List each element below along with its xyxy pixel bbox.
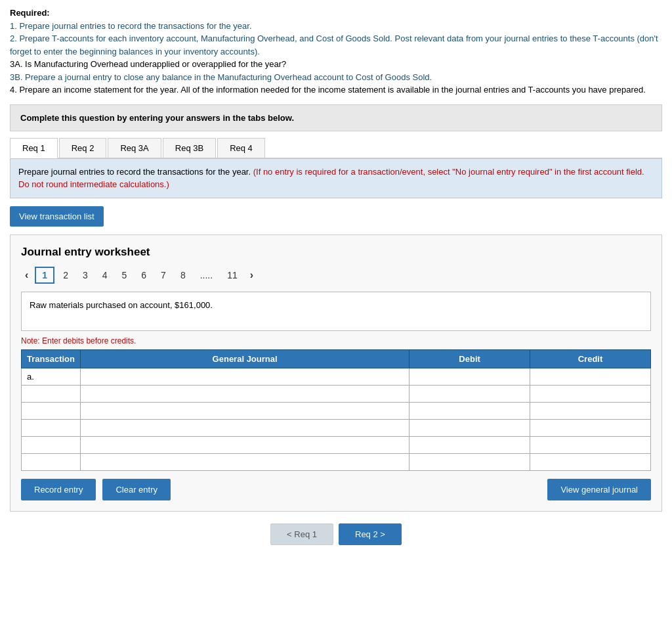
general-journal-field-6[interactable] — [81, 454, 409, 470]
view-transaction-list-button[interactable]: View transaction list — [10, 206, 104, 227]
general-journal-field-3[interactable] — [81, 403, 409, 419]
required-heading: Required: — [10, 8, 50, 18]
transaction-description-text: Raw materials purchased on account, $161… — [30, 300, 213, 310]
page-11[interactable]: 11 — [221, 268, 243, 282]
credit-input-5[interactable] — [530, 436, 650, 453]
general-journal-input-6[interactable] — [80, 453, 409, 470]
debit-input-6[interactable] — [410, 453, 530, 470]
bottom-navigation: < Req 1 Req 2 > — [10, 523, 662, 545]
page-ellipsis: ..... — [194, 268, 219, 282]
prev-req-button[interactable]: < Req 1 — [270, 523, 333, 545]
debit-input-5[interactable] — [410, 436, 530, 453]
table-row — [22, 385, 651, 402]
transaction-label-4 — [22, 419, 81, 436]
instruction-main: Prepare journal entries to record the tr… — [18, 167, 251, 177]
tab-req1[interactable]: Req 1 — [10, 138, 58, 158]
credit-field-2[interactable] — [530, 386, 650, 402]
journal-entry-worksheet: Journal entry worksheet ‹ 1 2 3 4 5 6 7 … — [10, 234, 662, 512]
tab-req3a[interactable]: Req 3A — [108, 138, 161, 158]
complete-instruction-text: Complete this question by entering your … — [20, 113, 294, 123]
page-2[interactable]: 2 — [57, 268, 74, 282]
credit-field-6[interactable] — [530, 454, 650, 470]
action-buttons: Record entry Clear entry View general jo… — [21, 479, 651, 500]
table-row — [22, 453, 651, 470]
table-row — [22, 419, 651, 436]
transaction-description: Raw materials purchased on account, $161… — [21, 292, 651, 331]
debit-input-4[interactable] — [410, 419, 530, 436]
complete-instruction-box: Complete this question by entering your … — [10, 104, 662, 131]
req-item-3b: 3B. Prepare a journal entry to close any… — [10, 72, 432, 82]
record-entry-button[interactable]: Record entry — [21, 479, 96, 500]
debit-field-5[interactable] — [410, 437, 530, 453]
clear-entry-button[interactable]: Clear entry — [102, 479, 171, 500]
debit-field-2[interactable] — [410, 386, 530, 402]
req-item-2: 2. Prepare T-accounts for each inventory… — [10, 33, 658, 56]
credit-field-3[interactable] — [530, 403, 650, 419]
col-header-transaction: Transaction — [22, 349, 81, 368]
tabs-container: Req 1 Req 2 Req 3A Req 3B Req 4 — [10, 138, 662, 158]
tab-req4[interactable]: Req 4 — [217, 138, 265, 158]
credit-input-1[interactable] — [530, 368, 650, 385]
pagination: ‹ 1 2 3 4 5 6 7 8 ..... 11 › — [21, 267, 651, 284]
debit-field-6[interactable] — [410, 454, 530, 470]
page-5[interactable]: 5 — [116, 268, 133, 282]
transaction-label-3 — [22, 402, 81, 419]
tab-req2[interactable]: Req 2 — [59, 138, 107, 158]
worksheet-title: Journal entry worksheet — [21, 246, 651, 259]
general-journal-input-3[interactable] — [80, 402, 409, 419]
req-item-3a: 3A. Is Manufacturing Overhead underappli… — [10, 59, 286, 69]
col-header-credit: Credit — [530, 349, 650, 368]
credit-field-1[interactable] — [530, 368, 650, 385]
debit-field-4[interactable] — [410, 420, 530, 436]
general-journal-input-4[interactable] — [80, 419, 409, 436]
debit-input-3[interactable] — [410, 402, 530, 419]
general-journal-field-4[interactable] — [81, 420, 409, 436]
general-journal-field-5[interactable] — [81, 437, 409, 453]
next-req-button[interactable]: Req 2 > — [339, 523, 402, 545]
general-journal-input-5[interactable] — [80, 436, 409, 453]
general-journal-input-1[interactable] — [80, 368, 409, 385]
debit-input-2[interactable] — [410, 385, 530, 402]
page-8[interactable]: 8 — [175, 268, 192, 282]
credit-field-5[interactable] — [530, 437, 650, 453]
transaction-label-6 — [22, 453, 81, 470]
req-item-1: 1. Prepare journal entries to record the… — [10, 21, 252, 31]
required-section: Required: 1. Prepare journal entries to … — [10, 7, 662, 97]
req-item-4: 4. Prepare an income statement for the y… — [10, 85, 646, 95]
transaction-label-a: a. — [22, 368, 81, 385]
page-3[interactable]: 3 — [77, 268, 94, 282]
col-header-debit: Debit — [410, 349, 530, 368]
general-journal-field-2[interactable] — [81, 386, 409, 402]
table-row: a. — [22, 368, 651, 385]
page-4[interactable]: 4 — [96, 268, 114, 282]
debit-field-1[interactable] — [410, 368, 530, 385]
tab-req3b[interactable]: Req 3B — [163, 138, 216, 158]
table-row — [22, 402, 651, 419]
journal-table: Transaction General Journal Debit Credit… — [21, 349, 651, 471]
general-journal-field-1[interactable] — [81, 368, 409, 385]
transaction-label-5 — [22, 436, 81, 453]
next-page-button[interactable]: › — [246, 268, 257, 282]
credit-input-4[interactable] — [530, 419, 650, 436]
instruction-box: Prepare journal entries to record the tr… — [10, 158, 662, 198]
page-1[interactable]: 1 — [35, 267, 54, 284]
credit-input-6[interactable] — [530, 453, 650, 470]
view-general-journal-button[interactable]: View general journal — [547, 479, 651, 500]
page-6[interactable]: 6 — [135, 268, 152, 282]
prev-page-button[interactable]: ‹ — [21, 268, 32, 282]
note-text: Note: Enter debits before credits. — [21, 336, 651, 345]
col-header-general-journal: General Journal — [80, 349, 409, 368]
debit-field-3[interactable] — [410, 403, 530, 419]
credit-field-4[interactable] — [530, 420, 650, 436]
general-journal-input-2[interactable] — [80, 385, 409, 402]
credit-input-2[interactable] — [530, 385, 650, 402]
page-7[interactable]: 7 — [155, 268, 172, 282]
debit-input-1[interactable] — [410, 368, 530, 385]
credit-input-3[interactable] — [530, 402, 650, 419]
table-row — [22, 436, 651, 453]
transaction-label-2 — [22, 385, 81, 402]
